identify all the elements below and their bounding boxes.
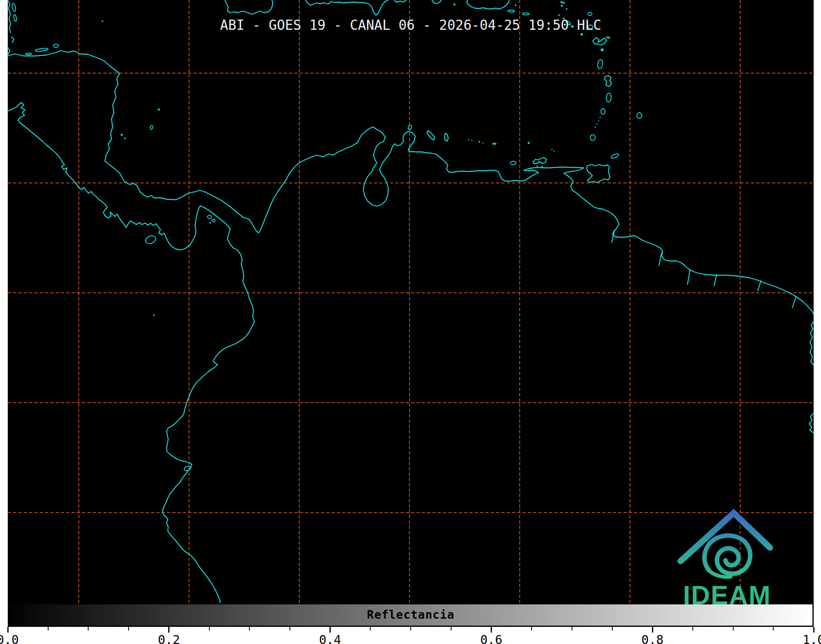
satellite-image-viewer: { "title": "ABI - GOES 19 - CANAL 06 - 2… [0,0,821,644]
island-grenadine-3 [596,124,598,125]
ideam-logo-text: IDEAM [683,581,771,610]
colorbar-axis: 0.00.20.40.60.81.0 [8,627,814,644]
colorbar-minor-tick [572,627,572,631]
island-montserrat [581,33,583,36]
island-los-testigos-1 [552,149,553,150]
colorbar-minor-tick [88,627,89,631]
colorbar-tick-label: 0.8 [636,633,669,644]
island-pearl-island-3 [209,222,211,224]
island-coche [541,166,543,167]
island-las-aves-1 [468,139,469,140]
colorbar-minor-tick [128,627,129,631]
island-grenadine-1 [600,117,601,118]
island-los-roques-2 [483,143,484,144]
colorbar-major-tick [329,627,331,633]
colorbar-tick-label: 0.4 [314,633,347,644]
colorbar-minor-tick [410,627,411,631]
island-st-barthelemy [566,8,567,10]
colorbar-tick-label: 1.0 [797,633,821,644]
colorbar-minor-tick [370,627,371,631]
island-malpelo [153,314,155,316]
colorbar-minor-tick [249,627,250,631]
island-cubagua [536,165,538,167]
island-los-roques-1 [478,141,480,143]
colorbar-minor-tick [612,627,613,631]
colorbar-tick-label: 0.0 [0,633,24,644]
colorbar-minor-tick [289,627,290,631]
colorbar-major-tick [491,627,492,633]
ideam-logo: IDEAM [670,500,796,615]
island-providencia [158,109,160,111]
island-st-martin [561,5,563,7]
product-title: ABI - GOES 19 - CANAL 06 - 2026-04-25 19… [8,17,814,33]
colorbar-minor-tick [773,627,774,631]
island-la-blanquilla [528,142,530,144]
island-virgin-islands [515,4,516,6]
island-corn-island-2 [124,138,126,139]
island-grenadine-4 [595,127,596,128]
ideam-spiral-icon [705,535,750,573]
island-saba [558,14,560,16]
colorbar-major-tick [7,627,9,633]
island-mona [454,4,456,6]
colorbar-minor-tick [692,627,693,631]
colorbar-minor-tick [209,627,210,631]
island-las-aves-2 [472,140,473,141]
island-marie-galante [601,49,604,51]
colorbar-major-tick [813,627,814,633]
colorbar-tick-label: 0.6 [475,633,507,644]
colorbar-minor-tick [48,627,49,631]
colorbar-minor-tick [733,627,734,631]
island-corn-island-1 [121,134,123,136]
colorbar-minor-tick [531,627,532,631]
island-los-testigos-2 [554,151,555,152]
colorbar-minor-tick [451,627,452,631]
colorbar-major-tick [168,627,169,633]
colorbar-major-tick [652,627,653,633]
colorbar-tick-label: 0.2 [153,633,185,644]
island-grenadine-2 [598,120,599,122]
